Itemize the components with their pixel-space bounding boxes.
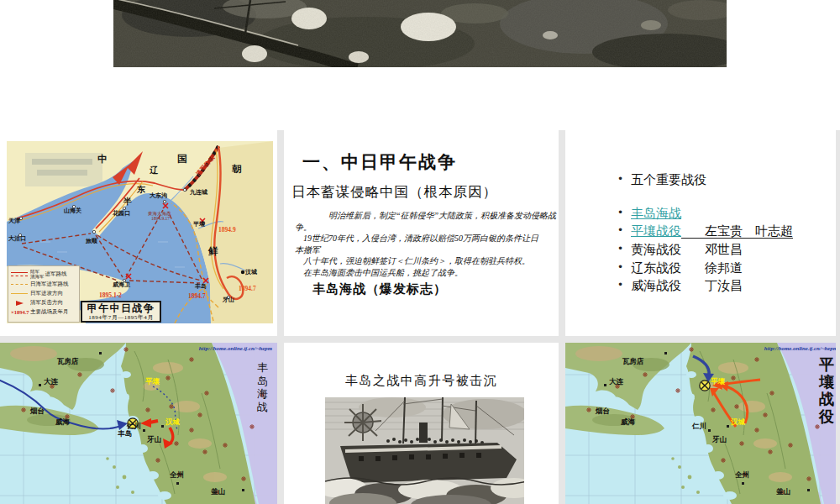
slide-body-text: 明治维新后，制定“征韩侵华”大陆政策，积极准备发动侵略战争。 19世纪70年代，… xyxy=(295,210,554,278)
map-legend: 陆军清海军 进军路线 日海军进军路线 日军进攻方向 清军反击方向 ×1894.7… xyxy=(8,265,80,323)
map-label: 大连 xyxy=(609,377,624,386)
slide-gutter-right-edge xyxy=(836,130,840,504)
battle-commanders: 丁汝昌 xyxy=(681,279,743,292)
map-label: 烟台 xyxy=(595,407,610,415)
map-title-box: 甲午中日战争 1894年7月—1895年4月 xyxy=(81,301,161,323)
legend-item: ×1894.7 主要战场及年月 xyxy=(11,307,77,317)
map-label: 瓦房店 xyxy=(56,357,79,365)
paragraph-line: 争。 xyxy=(295,222,554,234)
battle-list-item: •丰岛海战 xyxy=(617,204,681,222)
map-url: http://home.online.tj.cn/~hepm xyxy=(199,345,272,351)
map-label: 釜山 xyxy=(211,487,225,496)
slide-gaosheng-sinking: 丰岛之战中高升号被击沉 xyxy=(284,343,559,504)
battle-name: 辽东战役 xyxy=(631,261,681,275)
map-label: 全州 xyxy=(734,470,749,479)
gaosheng-engraving-image xyxy=(325,397,524,504)
bullet-icon: • xyxy=(617,276,631,293)
fengdao-map-image: 瓦房店大连烟台威海平壤仁川汉城牙山全州釜山丰岛丰岛海战http://home.o… xyxy=(0,343,277,504)
legend-symbol-jp-attack xyxy=(11,293,29,294)
battle-name: 威海战役 xyxy=(631,279,681,292)
map-date-range: 1894年7月—1895年4月 xyxy=(82,314,160,321)
slide-gutter-vertical-2 xyxy=(559,130,565,504)
map-title-vertical: 丰 xyxy=(257,361,268,374)
legend-symbol-battle-year: ×1894.7 xyxy=(11,309,29,315)
paragraph-line: 19世纪70年代，入侵台湾，清政府以赔偿50万两白银的条件让日 xyxy=(295,233,554,244)
map-url: http://home.online.tj.cn/~hepm xyxy=(764,345,836,351)
legend-label: 进军路线 xyxy=(45,270,67,278)
legend-item: 日海军进军路线 xyxy=(11,280,77,289)
legend-label: 清军反击方向 xyxy=(30,299,63,307)
legend-label: 日军进攻方向 xyxy=(30,290,63,297)
map-title-vertical: 岛 xyxy=(257,375,268,387)
presentation-page: 中国朝鲜辽东半山海关天津大沽口花园口大东沟九连城旅顺威海卫平壤汉城丰岛牙山189… xyxy=(0,0,840,504)
slide-war-overview: 一、中日甲午战争 日本蓄谋侵略中国（根本原因） 明治维新后，制定“征韩侵华”大陆… xyxy=(284,130,559,336)
slide-jiawu-war-map: 中国朝鲜辽东半山海关天津大沽口花园口大东沟九连城旅顺威海卫平壤汉城丰岛牙山189… xyxy=(0,130,277,336)
map-label: 全州 xyxy=(169,470,184,479)
battle-commanders: 左宝贵 叶志超 xyxy=(681,224,793,239)
slide-gutter-vertical-1 xyxy=(277,130,284,504)
map-label: 烟台 xyxy=(29,407,45,415)
battle-list-item: •平壤战役左宝贵 叶志超 xyxy=(617,222,793,239)
pyongyang-map-image: 瓦房店大连烟台威海平壤仁川汉城牙山全州釜山平壤战役http://home.onl… xyxy=(565,343,836,504)
pyongyang-battle-map: 瓦房店大连烟台威海平壤仁川汉城牙山全州釜山平壤战役http://home.onl… xyxy=(565,343,836,504)
map-title-vertical: 战 xyxy=(819,391,834,407)
slide-subtitle: 日本蓄谋侵略中国（根本原因） xyxy=(291,183,497,202)
legend-symbol-qing-counter xyxy=(11,301,29,306)
bullet-icon: • xyxy=(617,204,631,221)
map-title-vertical: 壤 xyxy=(818,374,835,391)
map-label: 大连 xyxy=(44,377,59,386)
map-title-vertical: 海 xyxy=(257,387,268,400)
map-title: 甲午中日战争 xyxy=(82,302,160,314)
map-label: 汉城 xyxy=(730,417,746,426)
map-label: 威海 xyxy=(620,417,636,426)
slide-fengdao-map: 瓦房店大连烟台威海平壤仁川汉城牙山全州釜山丰岛丰岛海战http://home.o… xyxy=(0,343,277,504)
battle-list-item: •威海战役丁汝昌 xyxy=(617,276,743,294)
battle-list-item: •黄海战役邓世昌 xyxy=(617,240,743,258)
slide-highlight-text: 丰岛海战（爆发标志） xyxy=(312,281,447,297)
map-label: 瓦房店 xyxy=(622,357,644,365)
bullet-icon: • xyxy=(617,259,631,276)
battle-site-marker xyxy=(700,381,710,391)
paragraph-line: 明治维新后，制定“征韩侵华”大陆政策，积极准备发动侵略战 xyxy=(295,210,554,222)
battle-name: 五个重要战役 xyxy=(631,173,706,186)
map-label: 釜山 xyxy=(776,487,790,496)
slide-pyongyang-map: 瓦房店大连烟台威海平壤仁川汉城牙山全州釜山平壤战役http://home.onl… xyxy=(565,343,836,504)
bullet-icon: • xyxy=(617,171,631,187)
legend-item: 清军反击方向 xyxy=(11,298,77,307)
battle-commanders: 邓世昌 xyxy=(681,243,743,256)
battle-link[interactable]: 丰岛海战 xyxy=(631,207,681,220)
legend-item: 陆军清海军 进军路线 xyxy=(11,268,77,280)
gaosheng-engraving xyxy=(325,397,524,504)
legend-symbol-qing-routes xyxy=(11,272,29,276)
map-label: 汉城 xyxy=(165,417,181,426)
bullet-icon: • xyxy=(617,240,631,257)
slide-gutter-horizontal xyxy=(0,336,840,343)
map-title-vertical: 平 xyxy=(818,356,834,373)
legend-item: 日军进攻方向 xyxy=(11,289,77,298)
map-label: 牙山 xyxy=(711,435,727,444)
map-title-vertical: 役 xyxy=(818,408,834,425)
paragraph-line: 本撤军 xyxy=(295,244,554,256)
battle-commanders: 徐邦道 xyxy=(681,261,743,275)
map-label: 平壤 xyxy=(145,377,160,386)
legend-label: 日海军进军路线 xyxy=(30,281,69,288)
map-label: 平壤 xyxy=(711,377,726,386)
paragraph-line: 在丰岛海面袭击中国运兵船，挑起了战争。 xyxy=(295,267,554,279)
battle-list-item: •辽东战役徐邦道 xyxy=(617,259,743,276)
slide-title: 一、中日甲午战争 xyxy=(302,150,457,174)
legend-label: 主要战场及年月 xyxy=(30,308,69,316)
map-label: 牙山 xyxy=(146,435,161,444)
map-title-vertical: 战 xyxy=(257,401,268,413)
fengdao-battle-map: 瓦房店大连烟台威海平壤仁川汉城牙山全州釜山丰岛丰岛海战http://home.o… xyxy=(0,343,277,504)
paragraph-line: 八十年代，强迫朝鲜签订＜仁川条约＞，取得在朝驻兵特权。 xyxy=(295,255,554,267)
map-label: 威海 xyxy=(55,417,71,426)
slide-battle-list: •五个重要战役•丰岛海战•平壤战役左宝贵 叶志超•黄海战役邓世昌•辽东战役徐邦道… xyxy=(565,130,836,336)
battle-name: 黄海战役 xyxy=(631,243,681,256)
legend-symbol-jp-navy-route xyxy=(11,284,29,285)
battle-link[interactable]: 平壤战役 xyxy=(631,224,681,238)
map-label: 仁川 xyxy=(691,422,706,430)
map-label: 丰岛 xyxy=(118,429,132,438)
slide-title: 丰岛之战中高升号被击沉 xyxy=(284,373,559,389)
historic-photo xyxy=(113,0,727,67)
historic-photo-image xyxy=(113,0,727,67)
